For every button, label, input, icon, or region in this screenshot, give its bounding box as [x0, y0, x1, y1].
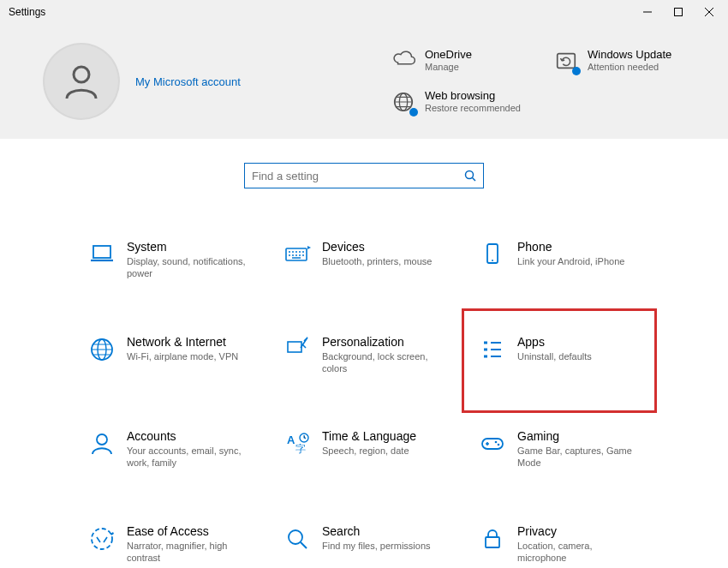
maximize-button[interactable] [663, 0, 694, 24]
search-icon [464, 170, 476, 182]
window-controls [632, 0, 725, 24]
status-item-web-browsing[interactable]: Web browsingRestore recommended [391, 89, 545, 115]
svg-point-2 [466, 171, 474, 179]
category-subtitle: Bluetooth, printers, mouse [322, 255, 432, 267]
category-title: System [127, 240, 250, 254]
attention-dot [572, 67, 581, 75]
update-sync-icon [553, 48, 579, 74]
category-search-cat[interactable]: SearchFind my files, permissions [274, 516, 454, 568]
avatar-placeholder [45, 45, 118, 118]
status-title: Windows Update [588, 48, 671, 61]
category-subtitle: Location, camera, microphone [517, 540, 641, 565]
category-title: Privacy [517, 524, 641, 538]
category-apps[interactable]: AppsUninstall, defaults [469, 316, 649, 406]
globe-net-icon [87, 335, 116, 364]
status-item-onedrive[interactable]: OneDriveManage [391, 48, 545, 74]
category-title: Personalization [322, 335, 445, 349]
keyboard-icon [283, 240, 312, 269]
category-subtitle: Your accounts, email, sync, work, family [127, 445, 250, 469]
search-row [0, 139, 728, 197]
category-subtitle: Game Bar, captures, Game Mode [517, 445, 641, 469]
ease-icon [87, 524, 116, 553]
header-status-grid: OneDriveManageWindows UpdateAttention ne… [391, 48, 707, 115]
time-lang-icon [283, 429, 312, 458]
category-title: Time & Language [322, 429, 416, 443]
svg-point-1 [74, 67, 89, 82]
category-subtitle: Find my files, permissions [322, 540, 431, 552]
window-title: Settings [9, 6, 45, 18]
phone-icon [478, 240, 507, 269]
lock-icon [478, 524, 507, 553]
status-subtitle: Restore recommended [425, 102, 521, 114]
category-privacy[interactable]: PrivacyLocation, camera, microphone [469, 516, 649, 568]
category-ease-of-access[interactable]: Ease of AccessNarrator, magnifier, high … [79, 516, 259, 568]
status-item-windows-update[interactable]: Windows UpdateAttention needed [553, 48, 707, 74]
minimize-button[interactable] [632, 0, 663, 24]
category-title: Accounts [127, 429, 250, 443]
person-icon [87, 429, 116, 458]
search-icon [283, 524, 312, 553]
category-subtitle: Speech, region, date [322, 445, 416, 457]
category-subtitle: Display, sound, notifications, power [127, 255, 250, 280]
search-input[interactable] [252, 170, 464, 182]
category-subtitle: Uninstall, defaults [517, 350, 592, 362]
titlebar: Settings [0, 0, 728, 24]
category-subtitle: Background, lock screen, colors [322, 350, 445, 375]
category-title: Search [322, 524, 431, 538]
globe-icon [391, 89, 416, 115]
status-subtitle: Manage [425, 61, 472, 73]
category-personalization[interactable]: PersonalizationBackground, lock screen, … [274, 326, 454, 384]
category-phone[interactable]: PhoneLink your Android, iPhone [469, 231, 649, 289]
search-box[interactable] [244, 163, 484, 188]
attention-dot [409, 108, 418, 117]
avatar[interactable] [43, 43, 120, 120]
category-devices[interactable]: DevicesBluetooth, printers, mouse [274, 231, 454, 289]
svg-rect-0 [675, 9, 683, 16]
laptop-icon [87, 240, 116, 269]
category-system[interactable]: SystemDisplay, sound, notifications, pow… [79, 231, 259, 289]
category-title: Gaming [517, 429, 641, 443]
paintbrush-icon [283, 335, 312, 364]
category-title: Network & Internet [127, 335, 238, 349]
status-title: Web browsing [425, 89, 521, 102]
category-title: Devices [322, 240, 432, 254]
my-microsoft-account-link[interactable]: My Microsoft account [135, 75, 241, 88]
category-subtitle: Narrator, magnifier, high contrast [127, 540, 250, 565]
category-subtitle: Link your Android, iPhone [517, 255, 624, 267]
category-gaming[interactable]: GamingGame Bar, captures, Game Mode [469, 421, 649, 478]
close-button[interactable] [694, 0, 725, 24]
category-grid: SystemDisplay, sound, notifications, pow… [0, 197, 728, 568]
category-accounts[interactable]: AccountsYour accounts, email, sync, work… [79, 421, 259, 478]
category-time-language[interactable]: Time & LanguageSpeech, region, date [274, 421, 454, 478]
account-header: My Microsoft account OneDriveManageWindo… [0, 24, 728, 139]
gamepad-icon [478, 429, 507, 458]
status-subtitle: Attention needed [588, 61, 671, 73]
category-title: Apps [517, 335, 592, 349]
apps-list-icon [478, 335, 507, 364]
category-network[interactable]: Network & InternetWi-Fi, airplane mode, … [79, 326, 259, 384]
category-subtitle: Wi-Fi, airplane mode, VPN [127, 350, 238, 362]
category-title: Ease of Access [127, 524, 250, 538]
status-title: OneDrive [425, 48, 472, 61]
category-title: Phone [517, 240, 624, 254]
cloud-icon [391, 48, 416, 74]
